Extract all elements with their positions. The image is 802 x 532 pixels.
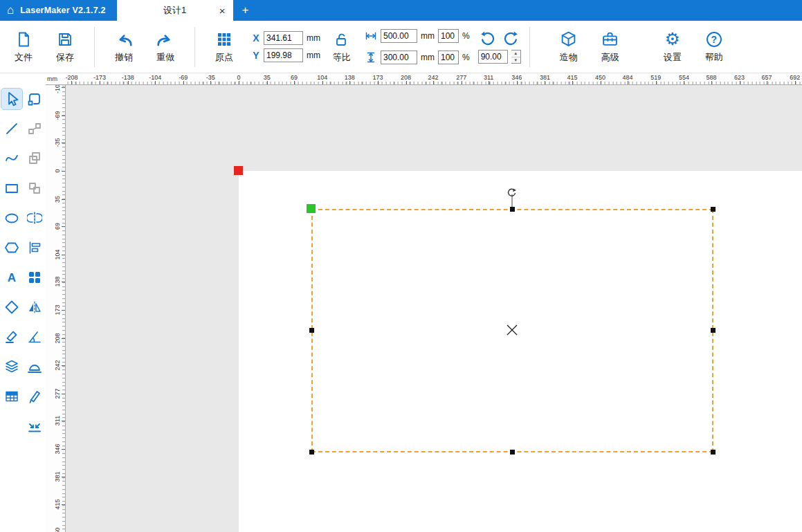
tool-ellipse[interactable] [1, 208, 22, 228]
tool-curve[interactable] [1, 148, 22, 169]
v-ruler-minor-ticks [62, 85, 65, 532]
selection-handle-top-right[interactable] [711, 207, 716, 212]
width-percent-input[interactable] [438, 29, 459, 43]
tool-import[interactable] [24, 416, 45, 437]
tool-rectangle[interactable] [1, 178, 22, 199]
save-icon [57, 30, 73, 48]
origin-grid-icon [216, 30, 233, 48]
line-icon [4, 121, 19, 136]
spinner-up-icon[interactable]: ▲ [511, 51, 520, 57]
aspect-lock-button[interactable]: 等比 [326, 30, 358, 64]
tool-flip[interactable] [24, 297, 45, 318]
help-icon: ? [707, 30, 722, 48]
tab-label: 设计1 [163, 4, 186, 17]
file-button[interactable]: 文件 [3, 30, 44, 64]
tool-text[interactable]: A [1, 267, 22, 288]
help-button[interactable]: ? 帮助 [693, 30, 735, 64]
redo-button[interactable]: 重做 [145, 30, 186, 64]
tool-lasso-select[interactable] [24, 89, 45, 109]
node-edit-icon [27, 121, 42, 136]
selection-handle-mid-right[interactable] [711, 328, 716, 333]
save-button[interactable]: 保存 [44, 30, 86, 64]
tool-array[interactable] [24, 267, 45, 288]
cube-icon [560, 30, 577, 48]
titlebar: ⌂ LaserMaker V2.1.7.2 设计1 × + [0, 0, 802, 21]
redo-icon [156, 30, 174, 48]
tool-align[interactable] [24, 237, 45, 258]
selection-handle-bottom-mid[interactable] [510, 450, 515, 455]
unlock-icon [334, 30, 350, 48]
rotate-ccw-icon[interactable] [480, 30, 496, 48]
tool-duplicate[interactable] [24, 148, 45, 169]
selection-handle-top-mid[interactable] [510, 207, 515, 212]
width-input[interactable] [381, 29, 417, 43]
ruler-unit-label: mm [46, 73, 66, 85]
mirror-icon [27, 210, 42, 226]
spinner-down-icon[interactable]: ▼ [511, 57, 520, 64]
select-arrow-icon [4, 91, 19, 107]
tool-line[interactable] [1, 118, 22, 139]
tab-design1[interactable]: 设计1 × [117, 0, 233, 21]
x-position-input[interactable] [264, 31, 303, 45]
table-icon [4, 389, 19, 404]
position-inputs: X mm Y mm [252, 31, 320, 62]
toolbox-icon [601, 30, 619, 48]
tool-layers[interactable] [1, 356, 22, 377]
toolbar-separator [94, 27, 95, 67]
rectangle-icon [4, 181, 19, 196]
rotation-spinner[interactable]: ▲ ▼ [511, 50, 521, 64]
tool-palette: A [0, 73, 46, 532]
tool-weld[interactable] [24, 356, 45, 377]
app-title: LaserMaker V2.1.7.2 [20, 6, 105, 15]
duplicate-icon [27, 151, 42, 166]
curve-icon [4, 151, 19, 166]
tool-eraser[interactable] [1, 327, 22, 347]
vertical-ruler: -104-69-35035691041381732082422773113463… [46, 85, 66, 532]
undo-button[interactable]: 撤销 [103, 30, 145, 64]
origin-button[interactable]: 原点 [203, 30, 245, 64]
toolbar-separator [529, 27, 530, 67]
maker-button[interactable]: 造物 [548, 30, 590, 64]
tool-node-edit[interactable] [24, 118, 45, 139]
tool-mirror[interactable] [24, 208, 45, 228]
array-icon [27, 270, 42, 285]
new-tab-button[interactable]: + [242, 3, 249, 17]
height-percent-input[interactable] [438, 51, 459, 64]
ellipse-icon [4, 210, 19, 226]
file-icon [15, 30, 32, 48]
tool-group[interactable] [24, 178, 45, 199]
rotation-controls: ▲ ▼ [478, 30, 521, 64]
tool-diamond[interactable] [1, 297, 22, 318]
text-icon: A [4, 270, 19, 285]
advanced-button[interactable]: 高级 [590, 30, 631, 64]
weld-icon [27, 359, 42, 374]
flip-icon [27, 300, 42, 315]
design-canvas[interactable] [66, 85, 802, 532]
tool-measure[interactable] [24, 327, 45, 347]
height-input[interactable] [381, 51, 417, 64]
selection-handle-bottom-right[interactable] [711, 450, 716, 455]
laser-pen-icon [27, 389, 42, 404]
selection-center-mark [506, 324, 518, 336]
x-axis-label: X [252, 33, 260, 44]
tool-polygon[interactable] [1, 237, 22, 258]
selection-handle-top-left[interactable] [307, 204, 316, 213]
svg-text:A: A [7, 271, 15, 284]
home-icon[interactable]: ⌂ [7, 0, 14, 21]
tool-table[interactable] [1, 386, 22, 407]
rotate-cw-icon[interactable] [502, 30, 519, 48]
selection-handle-mid-left[interactable] [309, 328, 314, 333]
align-icon [27, 240, 42, 255]
settings-button[interactable]: ⚙ 设置 [652, 30, 693, 64]
tool-empty-slot [1, 416, 22, 437]
tool-laser-pen[interactable] [24, 386, 45, 407]
eraser-icon [4, 329, 19, 345]
tab-close-icon[interactable]: × [219, 6, 226, 16]
size-inputs: mm % mm % [365, 27, 470, 66]
import-icon [27, 419, 42, 434]
y-position-input[interactable] [264, 48, 303, 62]
rotation-input[interactable] [478, 50, 508, 64]
toolbar-separator [194, 27, 195, 67]
tool-select[interactable] [1, 89, 22, 109]
selection-handle-bottom-left[interactable] [309, 450, 314, 455]
